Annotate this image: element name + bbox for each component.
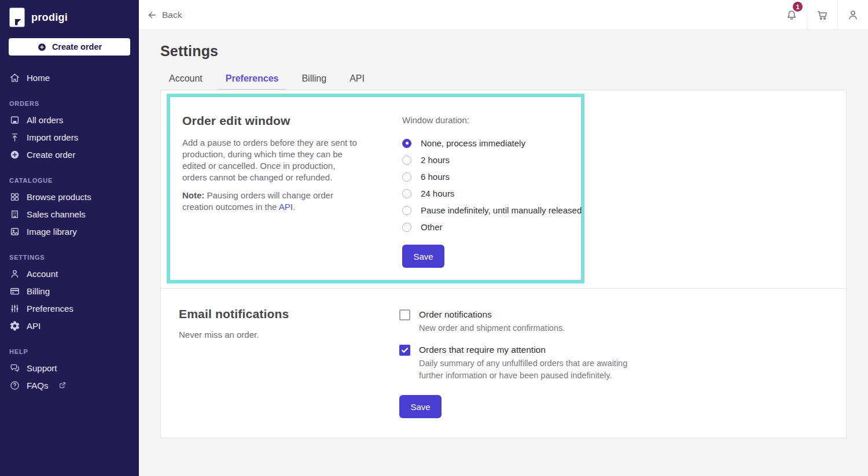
sidebar-item-support[interactable]: Support bbox=[0, 359, 139, 377]
plus-circle-icon bbox=[9, 149, 20, 160]
external-link-icon bbox=[58, 381, 67, 389]
app-window: prodigi Create order Home ORDERS All ord… bbox=[0, 0, 868, 476]
radio-option-6-hours[interactable]: 6 hours bbox=[402, 168, 582, 185]
email-notifications-info: Email notifications Never miss an order. bbox=[179, 305, 364, 340]
sidebar-section-orders: ORDERS bbox=[9, 100, 139, 107]
topbar-actions: 1 bbox=[777, 0, 868, 29]
sidebar-item-label: API bbox=[27, 321, 41, 331]
sidebar-item-browse-products[interactable]: Browse products bbox=[0, 188, 139, 205]
section-title: Order edit window bbox=[182, 112, 359, 130]
sidebar-item-label: Create order bbox=[27, 150, 75, 160]
radio-option-2-hours[interactable]: 2 hours bbox=[402, 152, 582, 168]
sidebar-item-sales-channels[interactable]: Sales channels bbox=[0, 205, 139, 223]
logo[interactable]: prodigi bbox=[0, 0, 139, 33]
sidebar-item-api[interactable]: API bbox=[0, 317, 139, 334]
sidebar-section-help: HELP bbox=[9, 348, 139, 355]
cart-icon bbox=[816, 9, 829, 21]
radio-icon[interactable] bbox=[402, 189, 411, 198]
sidebar-item-label: Import orders bbox=[27, 132, 78, 142]
sidebar-item-label: All orders bbox=[27, 115, 63, 125]
tab-api[interactable]: API bbox=[341, 67, 373, 90]
page-title: Settings bbox=[160, 43, 218, 60]
settings-tabs: Account Preferences Billing API bbox=[160, 67, 373, 90]
save-order-edit-button[interactable]: Save bbox=[402, 245, 444, 268]
radio-icon[interactable] bbox=[402, 223, 411, 232]
account-button[interactable] bbox=[838, 0, 868, 29]
sidebar-item-label: Image library bbox=[27, 227, 77, 237]
sliders-icon bbox=[9, 303, 20, 314]
upload-icon bbox=[9, 132, 20, 143]
image-icon bbox=[9, 226, 20, 237]
sidebar-item-faqs[interactable]: FAQs bbox=[0, 377, 139, 394]
window-duration-label: Window duration: bbox=[402, 115, 582, 126]
sidebar-item-label: Browse products bbox=[27, 192, 91, 202]
email-notifications-form: Order notifications New order and shipme… bbox=[399, 309, 642, 382]
radio-icon[interactable] bbox=[402, 206, 411, 215]
sidebar-section-catalogue: CATALOGUE bbox=[9, 177, 139, 184]
preferences-card: Order edit window Add a pause to orders … bbox=[160, 90, 847, 438]
section-note: Note: Pausing orders will change order c… bbox=[182, 190, 359, 213]
radio-option-24-hours[interactable]: 24 hours bbox=[402, 185, 582, 202]
sidebar-item-label: Account bbox=[27, 269, 58, 279]
note-label: Note: bbox=[182, 190, 204, 200]
sidebar-item-preferences[interactable]: Preferences bbox=[0, 300, 139, 317]
sidebar-item-image-library[interactable]: Image library bbox=[0, 223, 139, 240]
sidebar: prodigi Create order Home ORDERS All ord… bbox=[0, 0, 139, 476]
sidebar-item-all-orders[interactable]: All orders bbox=[0, 111, 139, 128]
sidebar-item-label: Preferences bbox=[27, 304, 73, 313]
api-link[interactable]: API bbox=[279, 202, 293, 212]
section-description: Add a pause to orders before they are se… bbox=[182, 137, 359, 183]
sidebar-item-import-orders[interactable]: Import orders bbox=[0, 128, 139, 146]
back-button-label: Back bbox=[162, 10, 182, 20]
checkbox-icon[interactable] bbox=[399, 345, 410, 356]
topbar: Back 1 bbox=[139, 0, 868, 30]
sidebar-item-account[interactable]: Account bbox=[0, 265, 139, 282]
plus-circle-icon bbox=[37, 42, 47, 52]
notification-badge: 1 bbox=[793, 2, 803, 12]
arrow-left-icon bbox=[147, 10, 157, 20]
radio-option-none[interactable]: None, process immediately bbox=[402, 135, 582, 152]
sidebar-item-home[interactable]: Home bbox=[0, 69, 139, 86]
person-icon bbox=[9, 268, 20, 279]
window-duration-form: Window duration: None, process immediate… bbox=[402, 115, 582, 268]
sidebar-item-billing[interactable]: Billing bbox=[0, 282, 139, 300]
radio-icon[interactable] bbox=[402, 156, 411, 165]
help-circle-icon bbox=[9, 380, 20, 391]
main-content: Settings Account Preferences Billing API… bbox=[139, 30, 868, 476]
sidebar-section-settings: SETTINGS bbox=[9, 254, 139, 261]
credit-card-icon bbox=[9, 286, 20, 297]
logo-text: prodigi bbox=[31, 12, 68, 24]
home-icon bbox=[9, 72, 20, 83]
save-email-notifications-button[interactable]: Save bbox=[399, 395, 442, 418]
section-subtitle: Never miss an order. bbox=[179, 330, 364, 340]
gear-icon bbox=[9, 320, 20, 331]
checkbox-orders-require-attention[interactable]: Orders that require my attention Daily s… bbox=[399, 344, 642, 382]
note-suffix: . bbox=[293, 202, 295, 212]
prodigi-logo-icon bbox=[9, 8, 25, 27]
window-duration-options: None, process immediately 2 hours 6 hour… bbox=[402, 135, 582, 235]
radio-icon[interactable] bbox=[402, 172, 411, 182]
sidebar-item-label: Support bbox=[27, 363, 57, 373]
person-icon bbox=[847, 9, 859, 21]
create-order-button[interactable]: Create order bbox=[9, 38, 130, 56]
checkbox-icon[interactable] bbox=[399, 309, 410, 320]
radio-icon[interactable] bbox=[402, 139, 411, 148]
tab-account[interactable]: Account bbox=[160, 67, 211, 90]
tab-billing[interactable]: Billing bbox=[293, 67, 335, 90]
basket-button[interactable] bbox=[807, 0, 837, 29]
sidebar-item-label: Home bbox=[27, 73, 50, 83]
sidebar-item-label: FAQs bbox=[27, 381, 49, 390]
chat-bubbles-icon bbox=[9, 363, 20, 374]
order-edit-window-info: Order edit window Add a pause to orders … bbox=[182, 112, 359, 213]
tab-preferences[interactable]: Preferences bbox=[217, 67, 288, 90]
create-order-button-label: Create order bbox=[52, 42, 102, 51]
note-text: Pausing orders will change order creatio… bbox=[182, 190, 333, 212]
section-divider bbox=[161, 288, 846, 289]
checkbox-order-notifications[interactable]: Order notifications New order and shipme… bbox=[399, 309, 642, 334]
sidebar-item-create-order[interactable]: Create order bbox=[0, 146, 139, 163]
building-icon bbox=[9, 209, 20, 220]
radio-option-other[interactable]: Other bbox=[402, 219, 582, 235]
back-button[interactable]: Back bbox=[147, 10, 182, 20]
notifications-button[interactable]: 1 bbox=[777, 0, 807, 29]
radio-option-pause-indefinitely[interactable]: Pause indefinitely, until manually relea… bbox=[402, 202, 582, 219]
